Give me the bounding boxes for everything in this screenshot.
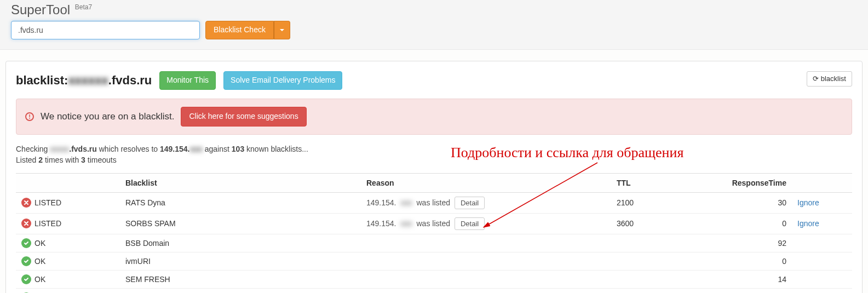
cell-status: OK: [16, 288, 120, 293]
cell-status: OK: [16, 252, 120, 270]
ignore-link[interactable]: Ignore: [797, 198, 819, 207]
cell-responsetime: 0: [671, 213, 792, 234]
cell-reason: [361, 270, 611, 288]
alert-icon: !: [25, 112, 34, 121]
blacklist-alert: ! We notice you are on a blacklist. Clic…: [16, 99, 852, 135]
cell-status: OK: [16, 234, 120, 252]
results-panel: blacklist:xxxxxx.fvds.ru Monitor This So…: [5, 61, 863, 293]
cell-action: [792, 234, 852, 252]
cell-reason: [361, 234, 611, 252]
cell-action: Ignore: [792, 192, 852, 213]
table-row: OKBSB Domain92: [16, 234, 852, 252]
cell-responsetime: 0: [671, 252, 792, 270]
refresh-button[interactable]: ⟳blacklist: [807, 71, 852, 87]
lookup-button-group: Blacklist Check: [205, 21, 290, 39]
table-header-row: Blacklist Reason TTL ResponseTime: [16, 173, 852, 192]
col-reason: Reason: [361, 173, 611, 192]
table-row: OKivmURI0: [16, 252, 852, 270]
search-row: Blacklist Check: [11, 21, 857, 39]
lookup-dropdown-button[interactable]: [274, 21, 290, 39]
check-circle-icon: [21, 238, 31, 248]
cell-blacklist: SEM FRESH: [120, 270, 361, 288]
brand-beta: Beta7: [75, 3, 92, 11]
table-row: LISTEDSORBS SPAM149.154.xxx was listedDe…: [16, 213, 852, 234]
col-ttl: TTL: [611, 173, 671, 192]
title-prefix: blacklist:: [16, 73, 68, 87]
cell-blacklist: SORBS SPAM: [120, 213, 361, 234]
cell-ttl: [611, 252, 671, 270]
alert-text: We notice you are on a blacklist.: [41, 111, 174, 122]
lookup-input[interactable]: [11, 21, 200, 39]
cell-responsetime: 30: [671, 192, 792, 213]
cell-reason: [361, 288, 611, 293]
cell-reason: 149.154.xxx was listedDetail: [361, 213, 611, 234]
cell-responsetime: 14: [671, 270, 792, 288]
table-row: OKSEM URI14: [16, 288, 852, 293]
table-row: OKSEM FRESH14: [16, 270, 852, 288]
refresh-label: blacklist: [821, 74, 846, 84]
cell-status: LISTED: [16, 213, 120, 234]
top-bar: SuperTool Beta7 Blacklist Check: [0, 0, 868, 50]
x-circle-icon: [21, 219, 31, 228]
cell-reason: 149.154.xxx was listedDetail: [361, 192, 611, 213]
blacklist-check-button[interactable]: Blacklist Check: [205, 21, 274, 39]
cell-action: [792, 252, 852, 270]
cell-ttl: [611, 288, 671, 293]
col-action: [792, 173, 852, 192]
detail-button[interactable]: Detail: [455, 197, 485, 209]
cell-blacklist: RATS Dyna: [120, 192, 361, 213]
col-blacklist: Blacklist: [120, 173, 361, 192]
status-label: OK: [35, 239, 45, 248]
cell-status: OK: [16, 270, 120, 288]
solve-problems-button[interactable]: Solve Email Delivery Problems: [223, 71, 342, 90]
cell-ttl: [611, 234, 671, 252]
status-label: LISTED: [35, 219, 61, 228]
blacklist-table: Blacklist Reason TTL ResponseTime LISTED…: [16, 173, 852, 293]
results-title: blacklist:xxxxxx.fvds.ru: [16, 73, 152, 88]
cell-ttl: 3600: [611, 213, 671, 234]
cell-blacklist: BSB Domain: [120, 234, 361, 252]
cell-action: [792, 288, 852, 293]
monitor-this-button[interactable]: Monitor This: [159, 71, 216, 90]
cell-blacklist: SEM URI: [120, 288, 361, 293]
cell-ttl: 2100: [611, 192, 671, 213]
detail-button[interactable]: Detail: [455, 217, 485, 230]
brand-title: SuperTool Beta7: [11, 2, 857, 18]
listed-line: Listed 2 times with 3 timeouts: [16, 156, 852, 164]
refresh-icon: ⟳: [813, 74, 819, 84]
cell-status: LISTED: [16, 192, 120, 213]
ignore-link[interactable]: Ignore: [797, 219, 819, 228]
title-suffix: .fvds.ru: [108, 73, 152, 87]
checking-line: Checking xxxxx.fvds.ru which resolves to…: [16, 145, 852, 153]
x-circle-icon: [21, 198, 31, 208]
table-row: LISTEDRATS Dyna149.154.xxx was listedDet…: [16, 192, 852, 213]
results-header: blacklist:xxxxxx.fvds.ru Monitor This So…: [16, 71, 852, 90]
cell-action: Ignore: [792, 213, 852, 234]
cell-responsetime: 14: [671, 288, 792, 293]
suggestions-button[interactable]: Click here for some suggestions: [181, 107, 306, 127]
status-label: LISTED: [35, 198, 61, 207]
title-obscured: xxxxxx: [68, 73, 108, 87]
cell-responsetime: 92: [671, 234, 792, 252]
cell-blacklist: ivmURI: [120, 252, 361, 270]
status-label: OK: [35, 275, 45, 284]
brand-name: SuperTool: [11, 2, 70, 17]
check-circle-icon: [21, 274, 31, 284]
cell-action: [792, 270, 852, 288]
status-label: OK: [35, 257, 45, 266]
cell-ttl: [611, 270, 671, 288]
check-circle-icon: [21, 256, 31, 266]
caret-down-icon: [280, 29, 284, 31]
cell-reason: [361, 252, 611, 270]
col-status: [16, 173, 120, 192]
col-responsetime: ResponseTime: [671, 173, 792, 192]
